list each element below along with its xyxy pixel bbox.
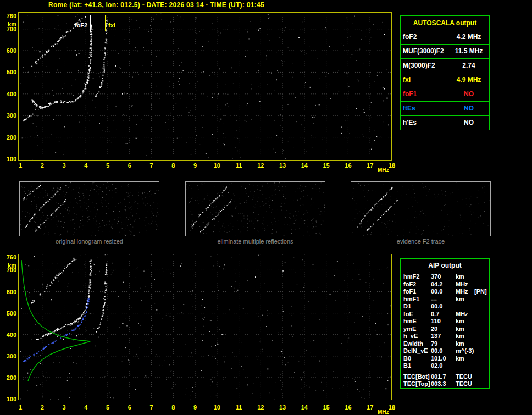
autoscala-param-value: NO <box>448 102 489 115</box>
aip-param-flag: [PN] <box>474 288 487 296</box>
autoscala-param-value: 2.74 <box>448 59 489 73</box>
y-axis-tick: 400 <box>1 91 16 97</box>
thumbnail-evidence-canvas <box>351 182 490 236</box>
x-axis-tick: 3 <box>58 404 70 411</box>
aip-param-value: 00.0 <box>431 347 456 355</box>
aip-param-value: 04.2 <box>431 281 456 289</box>
x-axis-tick: 2 <box>36 404 48 411</box>
aip-row: foF204.2MHz <box>401 281 489 289</box>
thumbnail-caption-evidence: evidence F2 trace <box>351 238 491 245</box>
autoscala-row: foF24.2 MHz <box>401 30 489 45</box>
aip-param-value: 101.0 <box>431 355 456 363</box>
x-axis-unit: MHz <box>378 409 389 415</box>
aip-row: ymE20km <box>401 325 489 333</box>
aip-header: AIP output <box>401 259 489 272</box>
x-axis-tick: 15 <box>320 162 332 169</box>
aip-param-label: DelN_vE <box>403 347 431 355</box>
aip-param-unit: MHz <box>456 281 474 289</box>
aip-param-label: foF2 <box>403 281 431 289</box>
x-axis-tick: 6 <box>124 404 136 411</box>
autoscala-row: foF1NO <box>401 87 489 102</box>
autoscala-panel: AUTOSCALA output foF24.2 MHzMUF(3000)F21… <box>400 15 490 130</box>
x-axis-tick: 1 <box>14 404 26 411</box>
aip-row: h_vE137km <box>401 333 489 340</box>
thumbnail-eliminate-canvas <box>186 182 325 236</box>
aip-param-label: foF1 <box>403 288 431 296</box>
aip-param-unit: km <box>456 273 474 281</box>
aip-param-value: 137 <box>431 333 456 340</box>
x-axis-tick: 8 <box>167 162 179 169</box>
ionogram-main-plot: foF2fxI <box>18 12 392 161</box>
aip-param-label: B1 <box>403 362 431 370</box>
aip-param-value: 0.7 <box>431 311 456 318</box>
x-axis-tick: 2 <box>36 162 48 169</box>
x-axis-tick: 14 <box>298 404 311 411</box>
y-axis-tick: 200 <box>1 134 16 141</box>
y-axis-tick: 500 <box>1 310 16 317</box>
y-axis-tick: 500 <box>1 69 16 75</box>
autoscala-param-label: foF1 <box>401 87 448 101</box>
x-axis-tick: 12 <box>254 162 267 169</box>
aip-param-label: B0 <box>403 355 431 363</box>
x-axis-tick: 11 <box>233 162 245 169</box>
autoscala-param-label: h'Es <box>401 116 448 130</box>
aip-row: hmE110km <box>401 318 489 325</box>
aip-param-label: hmF1 <box>403 296 431 303</box>
x-axis-unit: MHz <box>378 167 389 173</box>
autoscala-row: M(3000)F22.74 <box>401 59 489 73</box>
x-axis-tick: 3 <box>58 162 70 169</box>
aip-param-unit: TECU <box>456 380 474 388</box>
x-axis-tick: 10 <box>211 404 223 411</box>
aip-param-value: 003.3 <box>431 380 456 388</box>
aip-param-unit <box>456 362 474 370</box>
aip-param-value: 110 <box>431 318 456 325</box>
aip-row: TEC[Top]003.3TECU <box>401 380 489 388</box>
autoscala-row: ftEsNO <box>401 102 489 116</box>
aip-param-label: Ewidth <box>403 340 431 348</box>
x-axis-tick: 12 <box>254 404 267 411</box>
autoscala-param-label: fxI <box>401 73 448 87</box>
ionogram-profile-canvas <box>19 254 391 400</box>
x-axis-tick: 8 <box>167 404 179 411</box>
aip-param-value: --- <box>431 296 456 303</box>
autoscala-param-value: NO <box>448 116 489 130</box>
x-axis-tick: 4 <box>80 404 92 411</box>
aip-row: D100.0 <box>401 303 489 311</box>
aip-param-unit: MHz <box>456 288 474 296</box>
aip-row: hmF1---km <box>401 296 489 303</box>
aip-param-label: hmE <box>403 318 431 325</box>
page: { "title": "Rome (lat: +41.8, lon: 012.5… <box>0 0 532 415</box>
fxI-marker-label: fxI <box>108 22 115 29</box>
ionogram-main-canvas: foF2fxI <box>19 13 391 160</box>
x-axis-tick: 11 <box>233 404 245 411</box>
y-axis-tick: 200 <box>1 374 16 381</box>
aip-param-unit: MHz <box>456 311 474 318</box>
aip-param-unit: km <box>456 325 474 333</box>
aip-row: B0101.0km <box>401 355 489 363</box>
x-axis-tick: 7 <box>146 162 158 169</box>
x-axis-tick: 17 <box>364 404 376 411</box>
aip-param-value: 79 <box>431 340 456 348</box>
aip-row: foE0.7MHz <box>401 311 489 318</box>
ionogram-profile-plot <box>18 254 392 400</box>
autoscala-param-label: MUF(3000)F2 <box>401 45 448 58</box>
x-axis-tick: 15 <box>320 404 332 411</box>
aip-param-label: h_vE <box>403 333 431 340</box>
aip-row: hmF2370km <box>401 273 489 281</box>
autoscala-row: MUF(3000)F211.5 MHz <box>401 45 489 59</box>
aip-row: TEC[Bot]001.7TECU <box>401 373 489 381</box>
x-axis-tick: 6 <box>124 162 136 169</box>
aip-param-label: TEC[Bot] <box>403 373 431 381</box>
aip-param-value: 20 <box>431 325 456 333</box>
aip-param-unit: km <box>456 318 474 325</box>
x-axis-tick: 5 <box>102 162 114 169</box>
autoscala-param-label: ftEs <box>401 102 448 115</box>
x-axis-tick: 1 <box>14 162 26 169</box>
autoscala-rows: foF24.2 MHzMUF(3000)F211.5 MHzM(3000)F22… <box>401 30 489 130</box>
aip-row: DelN_vE00.0m^(-3) <box>401 347 489 355</box>
aip-row: Ewidth79km <box>401 340 489 348</box>
y-axis-tick: 760 <box>1 13 16 19</box>
y-axis-tick: 600 <box>1 47 16 54</box>
aip-param-label: foE <box>403 311 431 318</box>
aip-param-value: 02.0 <box>431 362 456 370</box>
